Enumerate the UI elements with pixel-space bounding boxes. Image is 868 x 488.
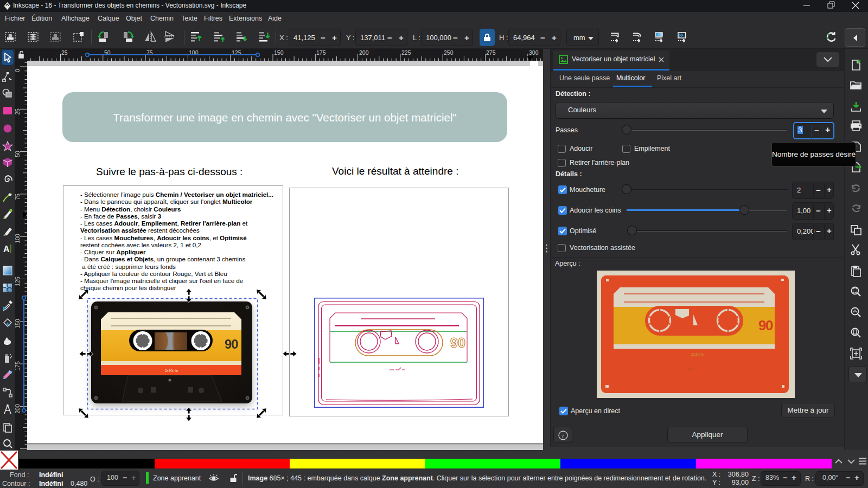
svg-text:2x30min: 2x30min (691, 352, 706, 356)
svg-text:i: i (562, 432, 564, 439)
svg-text:90: 90 (758, 317, 773, 333)
svg-text:A: A (3, 245, 10, 254)
svg-text:90: 90 (450, 335, 465, 350)
